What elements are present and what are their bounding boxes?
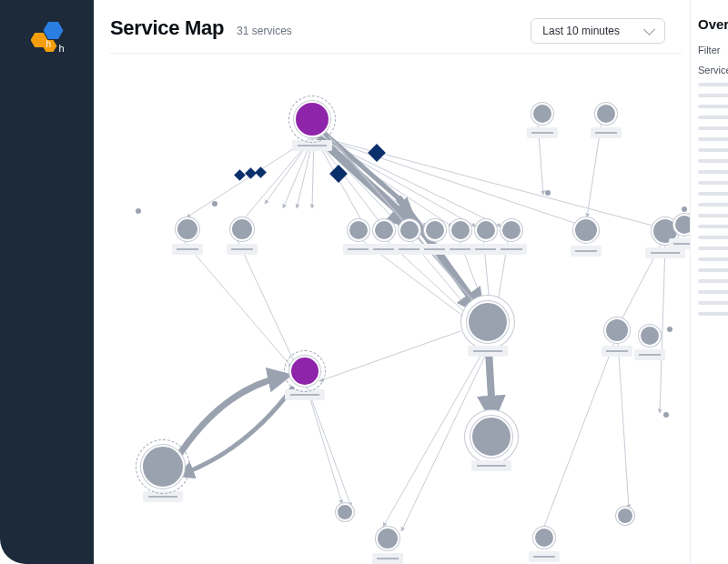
- svg-line-12: [314, 136, 501, 227]
- list-item[interactable]: [698, 301, 728, 305]
- timerange-selected: Last 10 minutes: [542, 25, 620, 37]
- service-node[interactable]: [372, 527, 403, 564]
- svg-line-10: [314, 136, 452, 227]
- edge-marker-diamond: [329, 165, 348, 183]
- svg-line-24: [183, 240, 292, 368]
- service-node[interactable]: [634, 325, 665, 360]
- list-item[interactable]: [698, 94, 728, 97]
- list-item[interactable]: [698, 279, 728, 283]
- service-node[interactable]: [470, 416, 512, 471]
- svg-line-37: [321, 140, 410, 222]
- service-node[interactable]: [529, 527, 560, 562]
- list-item[interactable]: [698, 257, 728, 261]
- chevron-down-icon: [643, 24, 655, 35]
- service-node[interactable]: [336, 503, 354, 521]
- endpoint-dot: [667, 327, 672, 332]
- page-title: Service Map: [110, 16, 224, 40]
- svg-line-33: [542, 340, 615, 531]
- service-map-canvas[interactable]: [110, 54, 698, 563]
- main-content: Service Map 31 services Last 10 minutes: [94, 0, 728, 564]
- endpoint-dot: [545, 190, 551, 196]
- service-node[interactable]: [285, 356, 325, 400]
- list-item[interactable]: [698, 192, 728, 196]
- edge-marker-diamond: [245, 167, 257, 179]
- svg-line-13: [314, 136, 585, 227]
- list-item[interactable]: [698, 214, 728, 217]
- endpoint-dot: [212, 201, 217, 206]
- service-node[interactable]: [527, 103, 558, 138]
- service-node[interactable]: [591, 103, 622, 138]
- svg-line-14: [314, 136, 656, 227]
- filter-label[interactable]: Filter: [698, 45, 728, 55]
- edge-marker-diamond: [234, 169, 246, 181]
- list-item[interactable]: [698, 247, 728, 250]
- svg-line-34: [618, 340, 629, 509]
- service-node[interactable]: [496, 219, 527, 255]
- list-item[interactable]: [698, 312, 728, 316]
- list-item[interactable]: [698, 181, 728, 185]
- service-list: [698, 83, 728, 316]
- list-item[interactable]: [698, 236, 728, 239]
- service-count-label: 31 services: [237, 25, 292, 37]
- list-item[interactable]: [698, 116, 728, 119]
- service-node[interactable]: [141, 445, 185, 502]
- services-label: Services: [698, 65, 728, 76]
- panel-title: Overview: [698, 16, 728, 32]
- list-item[interactable]: [698, 268, 728, 272]
- list-item[interactable]: [698, 137, 728, 141]
- svg-line-35: [319, 331, 460, 381]
- nav-sidebar: h: [0, 0, 94, 564]
- list-item[interactable]: [698, 83, 728, 86]
- edge-marker-diamond: [255, 166, 267, 178]
- list-item[interactable]: [698, 148, 728, 152]
- page-header: Service Map 31 services Last 10 minutes: [110, 16, 682, 54]
- list-item[interactable]: [698, 170, 728, 174]
- list-item[interactable]: [698, 126, 728, 130]
- brand-logo[interactable]: h: [27, 22, 67, 62]
- endpoint-dot: [663, 412, 669, 418]
- service-node[interactable]: [227, 217, 258, 255]
- edge-marker-diamond: [368, 144, 386, 162]
- endpoint-dot: [682, 206, 687, 212]
- list-item[interactable]: [698, 105, 728, 108]
- service-node[interactable]: [292, 101, 332, 151]
- list-item[interactable]: [698, 290, 728, 294]
- service-node[interactable]: [172, 217, 203, 255]
- service-node[interactable]: [467, 301, 509, 357]
- service-node[interactable]: [616, 507, 634, 525]
- svg-line-25: [238, 240, 297, 368]
- timerange-select[interactable]: Last 10 minutes: [531, 18, 665, 44]
- list-item[interactable]: [698, 225, 728, 228]
- list-item[interactable]: [698, 203, 728, 206]
- list-item[interactable]: [698, 159, 728, 163]
- overview-panel: Overview Filter Services: [690, 0, 728, 564]
- logo-letter: h: [59, 43, 65, 54]
- service-node[interactable]: [571, 217, 602, 257]
- service-node[interactable]: [602, 317, 632, 357]
- endpoint-dot: [136, 208, 141, 214]
